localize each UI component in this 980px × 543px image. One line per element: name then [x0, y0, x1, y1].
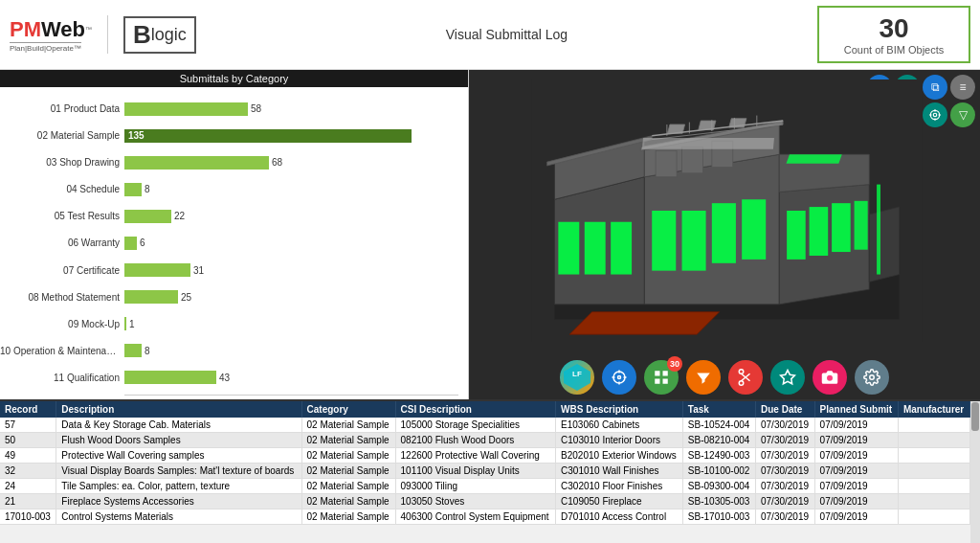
table-cell: 101100 Visual Display Units — [395, 464, 556, 479]
svg-marker-18 — [869, 207, 899, 282]
blogic-logo: Blogic — [123, 16, 196, 54]
bar-label: 05 Test Results — [0, 211, 120, 221]
svg-rect-28 — [810, 207, 829, 256]
table-cell: 21 — [0, 494, 56, 509]
bar-value: 6 — [140, 238, 145, 248]
table-cell — [898, 448, 969, 464]
settings2-button[interactable] — [770, 360, 805, 395]
table-cell: 50 — [0, 433, 56, 448]
table-cell: Fireplace Systems Accessories — [56, 494, 301, 509]
svg-rect-56 — [655, 371, 659, 375]
col-wbs: WBS Description — [556, 401, 683, 418]
left-panel: Submittals by Category 01 Product Data58… — [0, 70, 469, 399]
table-cell: 103050 Stoves — [395, 494, 556, 509]
table-cell: Protective Wall Covering samples — [56, 448, 301, 464]
bim-badge: 30 — [667, 356, 682, 372]
table-cell — [898, 509, 969, 525]
svg-point-62 — [739, 370, 744, 374]
pmweb-logo: PMWeb ™ Plan|Build|Operate™ — [10, 17, 92, 53]
table-cell: 07/30/2019 — [756, 464, 815, 479]
camera-button[interactable] — [813, 360, 847, 395]
bar-fill: 6 — [124, 237, 137, 250]
bottom-toolbar: LF 30 — [469, 360, 980, 395]
table-cell: 07/09/2019 — [814, 479, 898, 494]
table-cell: 07/09/2019 — [814, 418, 898, 433]
svg-rect-58 — [655, 379, 659, 384]
table-cell: C109050 Fireplace — [556, 494, 683, 509]
table-cell: SB-08210-004 — [682, 433, 755, 448]
table-cell: E103060 Cabinets — [556, 418, 683, 433]
table-cell: 02 Material Sample — [301, 433, 395, 448]
table-cell: 07/09/2019 — [814, 509, 898, 525]
pmweb-text: PMWeb — [10, 17, 85, 42]
bar-label: 06 Warranty — [0, 238, 120, 248]
svg-marker-19 — [569, 312, 720, 334]
svg-rect-26 — [742, 199, 766, 260]
locate-button[interactable] — [602, 360, 636, 395]
col-record: Record — [0, 401, 56, 418]
bar-label: 07 Certificate — [0, 265, 120, 276]
bar-row: 09 Mock-Up1 — [124, 315, 454, 332]
table-cell: 57 — [0, 418, 56, 433]
scroll-track[interactable] — [970, 401, 980, 543]
scroll-thumb[interactable] — [971, 402, 979, 431]
bar-value: 58 — [251, 103, 261, 114]
svg-point-65 — [827, 375, 833, 381]
svg-rect-22 — [611, 222, 632, 275]
bar-label: 01 Product Data — [0, 103, 120, 114]
table-cell — [898, 479, 969, 494]
bar-label: 09 Mock-Up — [0, 319, 120, 329]
table-cell: SB-10524-004 — [682, 418, 755, 433]
svg-rect-46 — [642, 138, 774, 149]
building-svg — [479, 79, 975, 342]
svg-rect-33 — [656, 150, 677, 176]
bim-table-button[interactable]: 30 — [644, 360, 679, 395]
page-title-area: Visual Submittal Log — [206, 27, 808, 42]
config-button[interactable] — [855, 360, 889, 395]
bar-fill: 25 — [124, 290, 178, 304]
svg-point-51 — [618, 376, 621, 379]
table-row[interactable]: 49Protective Wall Covering samples02 Mat… — [0, 448, 970, 464]
table-cell: 105000 Storage Specialities — [395, 418, 556, 433]
svg-rect-25 — [712, 203, 736, 263]
table-cell: 07/30/2019 — [756, 494, 815, 509]
table-row[interactable]: 24Tile Samples: ea. Color, pattern, text… — [0, 479, 970, 494]
svg-marker-60 — [697, 373, 710, 384]
table-cell: B202010 Exterior Windows — [556, 448, 683, 464]
bar-value: 8 — [145, 184, 150, 194]
svg-rect-31 — [787, 154, 842, 163]
table-cell: 24 — [0, 479, 56, 494]
cut-button[interactable] — [728, 360, 763, 395]
table-cell: C302010 Floor Finishes — [556, 479, 683, 494]
bar-fill: 8 — [124, 183, 142, 196]
table-cell: SB-10305-003 — [682, 494, 755, 509]
svg-rect-21 — [585, 222, 606, 275]
table-row[interactable]: 21Fireplace Systems Accessories02 Materi… — [0, 494, 970, 509]
table-row[interactable]: 57Data & Key Storage Cab. Materials02 Ma… — [0, 418, 970, 433]
table-cell: 02 Material Sample — [301, 464, 395, 479]
svg-rect-59 — [663, 379, 668, 384]
svg-rect-29 — [832, 203, 851, 252]
bar-fill: 43 — [124, 371, 216, 384]
chart-title: Submittals by Category — [0, 70, 468, 87]
bar-row: 01 Product Data58 — [124, 101, 454, 118]
table-row[interactable]: 50Flush Wood Doors Samples02 Material Sa… — [0, 433, 970, 448]
col-manufacturer: Manufacturer — [898, 401, 969, 418]
filter2-button[interactable] — [686, 360, 721, 395]
table-cell: 07/09/2019 — [814, 464, 898, 479]
table-row[interactable]: 32Visual Display Boards Samples: Mat'l t… — [0, 464, 970, 479]
bar-fill: 1 — [124, 317, 126, 330]
table-cell: 093000 Tiling — [395, 479, 556, 494]
table-cell: 02 Material Sample — [301, 509, 395, 525]
bar-row: 03 Shop Drawing68 — [124, 154, 454, 171]
svg-point-61 — [739, 381, 744, 386]
table-row[interactable]: 17010-003Control Systems Materials02 Mat… — [0, 509, 970, 525]
table-header-row: Record Description Category CSI Descript… — [0, 401, 970, 418]
col-task: Task — [682, 401, 755, 418]
svg-rect-24 — [682, 211, 706, 271]
bar-chart: 01 Product Data5802 Material Sample13503… — [0, 92, 458, 395]
bar-fill: 31 — [124, 263, 190, 277]
bar-label: 11 Qualification — [0, 373, 120, 383]
building-container — [479, 79, 975, 342]
col-description: Description — [56, 401, 301, 418]
